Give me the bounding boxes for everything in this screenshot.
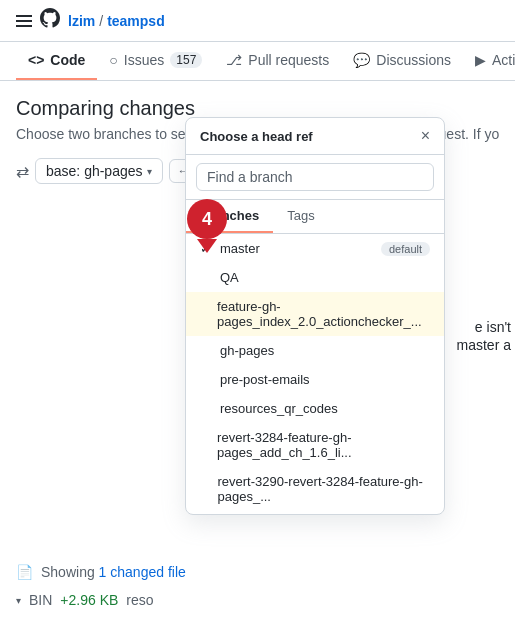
branch-item-left: ✓ pre-post-emails bbox=[200, 372, 310, 387]
step-badge: 4 bbox=[185, 199, 229, 253]
branch-item[interactable]: ✓ gh-pages bbox=[186, 336, 444, 365]
branch-name: resources_qr_codes bbox=[220, 401, 338, 416]
file-icon: 📄 bbox=[16, 564, 33, 580]
dropdown-header: Choose a head ref × bbox=[186, 118, 444, 155]
repo-link[interactable]: teampsd bbox=[107, 13, 165, 29]
branch-item-left: ✓ gh-pages bbox=[200, 343, 274, 358]
compare-icon: ⇄ bbox=[16, 162, 29, 181]
branch-item[interactable]: ✓ revert-3290-revert-3284-feature-gh-pag… bbox=[186, 467, 444, 511]
diff-type: BIN bbox=[29, 592, 52, 608]
pr-icon: ⎇ bbox=[226, 52, 242, 68]
diff-size: +2.96 KB bbox=[60, 592, 118, 608]
branch-item-left: ✓ revert-3284-feature-gh-pages_add_ch_1.… bbox=[200, 430, 430, 460]
head-ref-dropdown: Choose a head ref × Branches Tags ✓ mast… bbox=[185, 117, 445, 515]
step-number: 4 bbox=[187, 199, 227, 239]
branch-name: gh-pages bbox=[220, 343, 274, 358]
issues-icon: ○ bbox=[109, 52, 117, 68]
tab-actions-label: Actions bbox=[492, 52, 515, 68]
tab-actions[interactable]: ▶ Actions bbox=[463, 42, 515, 80]
breadcrumb-sep: / bbox=[99, 13, 103, 29]
branch-name: revert-3290-revert-3284-feature-gh-pages… bbox=[218, 474, 431, 504]
branch-search-input[interactable] bbox=[196, 163, 434, 191]
base-branch-button[interactable]: base: gh-pages ▾ bbox=[35, 158, 163, 184]
file-info-row: 📄 Showing 1 changed file bbox=[16, 564, 499, 580]
code-icon: <> bbox=[28, 52, 44, 68]
dropdown-title: Choose a head ref bbox=[200, 129, 313, 144]
default-badge: default bbox=[381, 242, 430, 256]
step-pointer bbox=[197, 239, 217, 253]
branch-item-left: ✓ resources_qr_codes bbox=[200, 401, 338, 416]
branch-item[interactable]: ✓ revert-3284-feature-gh-pages_add_ch_1.… bbox=[186, 423, 444, 467]
search-wrap bbox=[186, 155, 444, 200]
diff-filename: reso bbox=[126, 592, 153, 608]
header-left: lzim / teampsd bbox=[16, 8, 165, 33]
tab-pr-label: Pull requests bbox=[248, 52, 329, 68]
close-dropdown-button[interactable]: × bbox=[421, 128, 430, 144]
branch-item[interactable]: ✓ resources_qr_codes bbox=[186, 394, 444, 423]
base-caret-icon: ▾ bbox=[147, 166, 152, 177]
main-content: Comparing changes Choose two branches to… bbox=[0, 81, 515, 624]
issues-badge: 157 bbox=[170, 52, 202, 68]
tags-tab[interactable]: Tags bbox=[273, 200, 328, 233]
branch-item-left: ✓ QA bbox=[200, 270, 239, 285]
discussions-icon: 💬 bbox=[353, 52, 370, 68]
branch-item-left: ✓ revert-3290-revert-3284-feature-gh-pag… bbox=[200, 474, 430, 504]
tab-code[interactable]: <> Code bbox=[16, 42, 97, 80]
tab-issues-label: Issues bbox=[124, 52, 164, 68]
tab-discussions-label: Discussions bbox=[376, 52, 451, 68]
master-a-text: master a bbox=[457, 337, 511, 353]
branch-name: pre-post-emails bbox=[220, 372, 310, 387]
showing-text: Showing 1 changed file bbox=[41, 564, 186, 580]
tab-code-label: Code bbox=[50, 52, 85, 68]
branch-item[interactable]: ✓ feature-gh-pages_index_2.0_actioncheck… bbox=[186, 292, 444, 336]
tab-pull-requests[interactable]: ⎇ Pull requests bbox=[214, 42, 341, 80]
github-logo bbox=[40, 8, 60, 33]
base-branch-label: base: gh-pages bbox=[46, 163, 143, 179]
branch-item[interactable]: ✓ pre-post-emails bbox=[186, 365, 444, 394]
tab-issues[interactable]: ○ Issues 157 bbox=[97, 42, 214, 80]
branch-item-left: ✓ feature-gh-pages_index_2.0_actioncheck… bbox=[200, 299, 430, 329]
changed-files-link[interactable]: 1 changed file bbox=[99, 564, 186, 580]
branch-name: feature-gh-pages_index_2.0_actionchecker… bbox=[217, 299, 430, 329]
page-header: lzim / teampsd bbox=[0, 0, 515, 42]
branch-name: QA bbox=[220, 270, 239, 285]
breadcrumb: lzim / teampsd bbox=[68, 13, 165, 29]
branch-name: revert-3284-feature-gh-pages_add_ch_1.6_… bbox=[217, 430, 430, 460]
nav-tabs: <> Code ○ Issues 157 ⎇ Pull requests 💬 D… bbox=[0, 42, 515, 81]
menu-button[interactable] bbox=[16, 15, 32, 27]
expand-icon[interactable]: ▾ bbox=[16, 595, 21, 606]
branch-list: ✓ master default ✓ QA ✓ feature-gh-pages… bbox=[186, 234, 444, 514]
diff-row: ▾ BIN +2.96 KB reso bbox=[16, 592, 499, 608]
actions-icon: ▶ bbox=[475, 52, 486, 68]
isnt-text: e isn't bbox=[475, 319, 511, 335]
branch-item[interactable]: ✓ QA bbox=[186, 263, 444, 292]
tab-discussions[interactable]: 💬 Discussions bbox=[341, 42, 463, 80]
branch-item[interactable]: ✓ test bbox=[186, 511, 444, 514]
user-link[interactable]: lzim bbox=[68, 13, 95, 29]
